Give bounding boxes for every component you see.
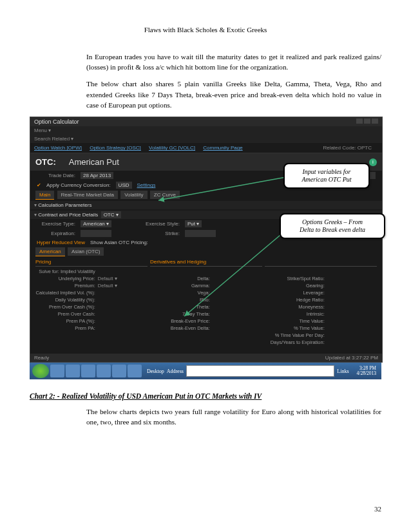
subtab-volatility[interactable]: Volatility — [120, 191, 147, 199]
settings-link[interactable]: Settings — [137, 182, 156, 188]
apply-cc-label: Apply Currency Conversion: — [46, 182, 111, 188]
trade-date-value[interactable]: 28 Apr 2013 — [81, 172, 113, 179]
links-label: Links — [337, 368, 349, 374]
pricing-header: Pricing — [35, 258, 148, 267]
option-calculator-app: Option Calculator Menu ▾ Search Related … — [30, 117, 383, 363]
paragraph-3: The below charts depicts two years full … — [86, 406, 381, 427]
subtab-main[interactable]: Main — [35, 191, 54, 200]
windows-taskbar: Desktop Address Links 3:28 PM4/28/2013 — [30, 363, 381, 379]
address-input[interactable] — [186, 365, 334, 377]
pricing-column: Pricing Solve for: Implied Volatility Un… — [35, 258, 148, 346]
tab-community[interactable]: Community Page — [203, 145, 242, 151]
show-asian-label: Show Asian OTC Pricing: — [90, 240, 148, 245]
tab-option-strategy[interactable]: Option Strategy [OSC] — [90, 145, 141, 151]
callout-greeks: Options Greeks – FromDelta to Break even… — [280, 213, 385, 239]
taskbar-icon[interactable] — [128, 365, 142, 377]
address-label: Address — [167, 368, 184, 374]
info-icon[interactable]: i — [369, 158, 377, 166]
start-button[interactable] — [32, 364, 49, 378]
ratios-column: Strike/Spot Ratio:Gearing:Leverage:Hedge… — [265, 258, 377, 346]
exercise-style-dropdown[interactable]: Put ▾ — [185, 220, 202, 227]
status-updated: Updated at 3:27:22 PM — [325, 355, 378, 361]
subtab-realtime[interactable]: Real-Time Market Data — [57, 191, 118, 199]
otc-label: OTC: — [35, 157, 56, 167]
tab-option-watch[interactable]: Option Watch [OPW] — [34, 145, 82, 151]
screenshot-container: Option Calculator Menu ▾ Search Related … — [30, 117, 381, 379]
window-buttons[interactable] — [355, 119, 378, 125]
status-bar: Ready Updated at 3:27:22 PM — [30, 354, 382, 362]
system-clock[interactable]: 3:28 PM4/28/2013 — [354, 366, 379, 377]
strike-value[interactable] — [185, 230, 216, 237]
page-number: 32 — [374, 505, 381, 513]
tab-volatility[interactable]: Volatility GC [VOLC] — [149, 145, 195, 151]
derivatives-header: Derivatives and Hedging — [150, 258, 262, 267]
menu-button[interactable]: Menu ▾ — [34, 128, 51, 133]
taskbar-icon[interactable] — [81, 365, 95, 377]
callout-input-vars: Input variables forAmerican OTC Put — [283, 163, 370, 189]
taskbar-icon[interactable] — [50, 365, 64, 377]
page-header: Flaws with Black Scholes & Exotic Greeks — [30, 26, 381, 33]
status-ready: Ready — [34, 355, 49, 361]
trade-date-label: Trade Date: — [37, 173, 75, 178]
pricing-tab-asian[interactable]: Asian (OTC) — [68, 247, 104, 256]
paragraph-1: In European trades you have to wait till… — [86, 52, 381, 72]
calc-params-header[interactable]: Calculation Parameters — [30, 201, 382, 209]
paragraph-2: The below chart also shares 5 plain vani… — [86, 79, 381, 110]
apply-cc-checkbox[interactable]: ✔ — [37, 182, 41, 188]
sub-tabs: Main Real-Time Market Data Volatility ZC… — [30, 190, 382, 200]
exercise-type-dropdown[interactable]: American ▾ — [81, 220, 111, 227]
hyper-reduced-link[interactable]: Hyper Reduced View — [37, 240, 85, 245]
currency-dropdown[interactable]: USD — [116, 182, 132, 189]
exercise-type-label: Exercise Type: — [37, 221, 75, 227]
related-code: Related Code: OPTC — [323, 145, 372, 151]
chart-2-title: Chart 2: - Realized Volatility of USD Am… — [30, 392, 381, 400]
nav-tabs: Option Watch [OPW] Option Strategy [OSC]… — [30, 143, 382, 153]
desktop-label: Desktop — [147, 368, 164, 374]
expiration-value[interactable] — [81, 230, 111, 237]
taskbar-icon[interactable] — [97, 365, 111, 377]
taskbar-icon[interactable] — [66, 365, 80, 377]
instrument-name: American Put — [69, 157, 119, 167]
search-field[interactable]: Search Related ▾ — [34, 136, 73, 142]
app-titlebar: Option Calculator — [30, 117, 382, 126]
otc-chip[interactable]: OTC ▾ — [101, 211, 121, 218]
app-title-text: Option Calculator — [34, 119, 79, 125]
expiration-label: Expiration: — [37, 231, 75, 236]
exercise-style-label: Exercise Style: — [141, 221, 180, 227]
derivatives-column: Derivatives and Hedging Delta:Gamma:Vega… — [150, 258, 262, 346]
pricing-tab-american[interactable]: American — [35, 247, 65, 256]
subtab-zccurve[interactable]: ZC Curve — [150, 191, 180, 199]
taskbar-icon[interactable] — [112, 365, 126, 377]
strike-label: Strike: — [141, 231, 180, 236]
